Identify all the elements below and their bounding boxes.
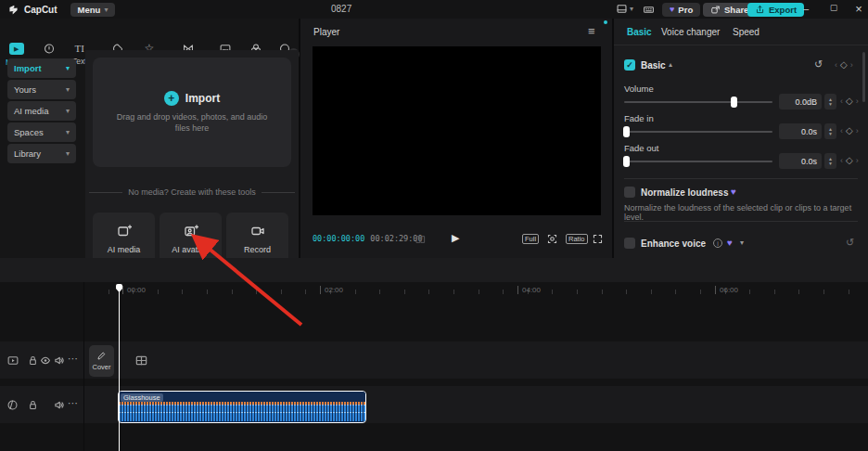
import-dropzone[interactable]: + Import Drag and drop videos, photos, a…: [93, 58, 291, 167]
basic-section-title: Basic: [641, 60, 666, 71]
focus-button[interactable]: [546, 233, 558, 245]
video-track-icon: [6, 354, 19, 367]
mute-track-button[interactable]: [53, 354, 65, 367]
tab-voice-changer[interactable]: Voice changer: [661, 27, 720, 37]
pencil-icon: [96, 351, 107, 361]
volume-slider[interactable]: [624, 101, 772, 103]
chevron-down-icon: ▾: [630, 5, 633, 13]
fade-out-handle[interactable]: [623, 156, 630, 167]
reset-basic-button[interactable]: ↺: [814, 58, 823, 71]
basic-checkbox[interactable]: ✓: [624, 59, 635, 71]
fade-in-stepper[interactable]: ▲▼: [824, 123, 836, 139]
clip-name-badge: Glasshouse: [121, 393, 163, 402]
volume-label: Volume: [624, 84, 654, 94]
import-button[interactable]: + Import: [164, 91, 220, 106]
fade-out-keyframe-controls[interactable]: ‹◇›: [840, 155, 859, 165]
capcut-logo: CapCut: [7, 4, 57, 16]
chevron-down-icon: ▾: [66, 128, 70, 136]
fullscreen-button[interactable]: [592, 233, 604, 245]
menu-button[interactable]: Menu ▾: [70, 3, 116, 17]
ratio-button[interactable]: Ratio: [566, 234, 588, 244]
shortcuts-button[interactable]: [643, 4, 655, 16]
fade-out-stepper[interactable]: ▲▼: [824, 153, 836, 169]
audio-clip[interactable]: Glasshouse: [118, 391, 366, 423]
notification-dot: [604, 20, 607, 24]
chevron-down-icon: ▾: [66, 107, 70, 115]
maximize-button[interactable]: ▢: [822, 3, 846, 12]
mute-track-button[interactable]: [53, 399, 65, 411]
media-panel: ▶ Media Audio TI Text Stickers ☆ Effects…: [0, 19, 299, 258]
pro-button[interactable]: ♥ Pro: [662, 3, 700, 17]
film-icon[interactable]: [134, 354, 148, 367]
ruler-label: 04:00: [517, 286, 541, 294]
fade-out-value[interactable]: 0.0s: [779, 153, 822, 169]
minimize-button[interactable]: –: [794, 3, 818, 14]
audio-waveform: [119, 402, 365, 421]
toggle-visibility-button[interactable]: [39, 354, 52, 367]
sidebar-item-ai-media[interactable]: AI media▾: [7, 101, 76, 121]
collapse-icon[interactable]: ▴: [669, 60, 672, 69]
ruler-label: 02:00: [320, 286, 343, 294]
tab-basic[interactable]: Basic: [627, 27, 652, 37]
volume-value[interactable]: 0.0dB: [779, 94, 822, 110]
volume-stepper[interactable]: ▲▼: [824, 94, 836, 110]
heart-icon: ♥: [731, 187, 736, 197]
chevron-down-icon[interactable]: ▾: [740, 238, 744, 247]
video-preview[interactable]: [313, 46, 601, 215]
keyframe-icon: ◇: [840, 59, 848, 70]
audio-track-icon: [6, 399, 19, 411]
sidebar-item-yours[interactable]: Yours▾: [7, 80, 76, 99]
sidebar-item-library[interactable]: Library▾: [7, 144, 76, 163]
lock-icon: [27, 354, 39, 367]
scrollbar[interactable]: [862, 52, 865, 102]
close-button[interactable]: ×: [847, 2, 868, 16]
playhead-line[interactable]: [119, 284, 120, 451]
video-track-lane[interactable]: [0, 341, 868, 379]
enhance-checkbox[interactable]: [624, 238, 635, 249]
tab-speed[interactable]: Speed: [733, 27, 760, 37]
share-icon: [710, 5, 721, 15]
reset-enhance-button[interactable]: ↺: [846, 237, 854, 249]
heart-icon: ♥: [727, 238, 733, 248]
player-menu-button[interactable]: ≡: [588, 24, 595, 38]
fade-in-keyframe-controls[interactable]: ‹◇›: [840, 125, 859, 135]
import-hint: Drag and drop videos, photos, and audio …: [113, 111, 271, 134]
fade-out-slider[interactable]: [624, 161, 772, 162]
fade-in-value[interactable]: 0.0s: [779, 123, 822, 139]
timeline: [0, 282, 868, 451]
fade-in-handle[interactable]: [623, 126, 630, 137]
layout-icon: [616, 3, 628, 15]
fade-out-label: Fade out: [624, 143, 659, 153]
volume-handle[interactable]: [731, 97, 737, 108]
lock-track-button[interactable]: [27, 354, 39, 367]
sidebar-item-import[interactable]: Import▾: [7, 58, 76, 78]
keyframe-controls[interactable]: ‹◇›: [835, 59, 853, 70]
ai-avatars-icon: [184, 224, 198, 238]
info-icon[interactable]: i: [713, 238, 722, 248]
play-button[interactable]: ▶: [452, 232, 459, 244]
more-track-options[interactable]: ⋯: [68, 397, 78, 409]
normalize-label: Normalize loudness: [641, 187, 728, 198]
eye-icon: [39, 354, 52, 367]
chevron-down-icon: ▾: [66, 85, 70, 94]
sidebar-item-spaces[interactable]: Spaces▾: [7, 122, 76, 142]
speaker-icon: [53, 354, 65, 367]
current-time: 00:00:00:00: [313, 234, 364, 243]
normalize-checkbox[interactable]: [624, 187, 635, 198]
more-track-options[interactable]: ⋯: [68, 353, 78, 365]
ai-media-icon: [117, 224, 132, 238]
layout-switch-button[interactable]: ▾: [616, 3, 633, 15]
fade-in-slider[interactable]: [624, 131, 772, 133]
cover-button[interactable]: Cover: [89, 345, 114, 377]
project-title: 0827: [331, 4, 351, 14]
frame-view-icon[interactable]: [415, 234, 427, 245]
ruler-label: 06:00: [715, 286, 738, 294]
ruler-ticks: [83, 290, 868, 294]
camera-icon: [250, 224, 265, 238]
volume-keyframe-controls[interactable]: ‹◇›: [840, 96, 859, 106]
lock-track-button[interactable]: [27, 399, 39, 411]
full-button[interactable]: Full: [522, 234, 539, 244]
text-icon: TI: [75, 43, 84, 54]
time-display: 00:00:00:00 00:02:29:00: [313, 234, 423, 243]
export-icon: [755, 5, 765, 15]
